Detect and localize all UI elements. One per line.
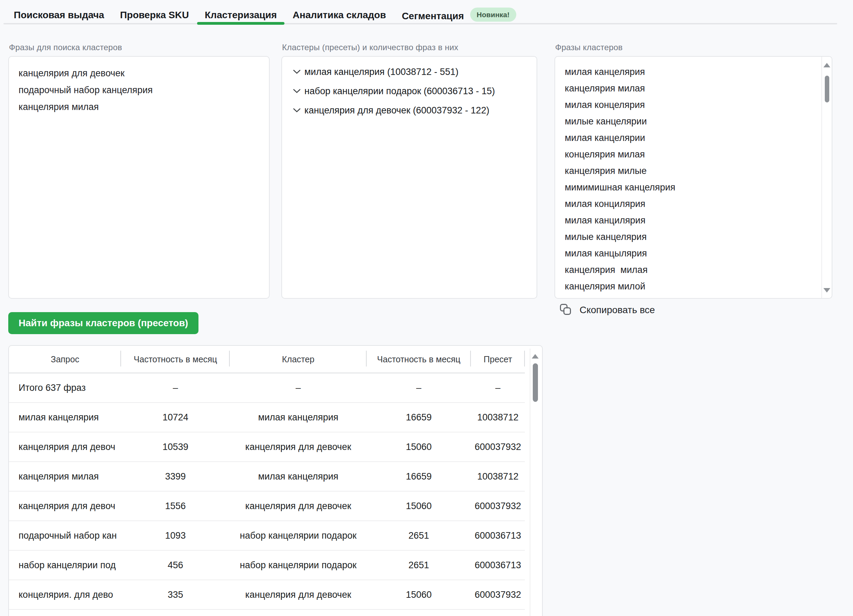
cluster-phrase: милая концилярия bbox=[565, 195, 822, 212]
cluster-phrase: милая концелярия bbox=[565, 97, 822, 113]
cell-query: подарочный набор кан bbox=[9, 530, 121, 541]
cell-cluster: милая канцелярия bbox=[230, 412, 367, 423]
scroll-down-icon[interactable] bbox=[823, 288, 830, 292]
table-row: подарочный набор кан 1093 набор канцеляр… bbox=[9, 521, 525, 551]
cell-cluster: канцелярия для девочек bbox=[230, 590, 367, 600]
cell-frequency: 456 bbox=[121, 560, 230, 571]
results-table-body: Запрос Частотность в месяц Кластер Часто… bbox=[9, 346, 525, 616]
cell-cluster: набор канцелярии подарок bbox=[230, 530, 367, 541]
cluster-phrases-list: милая канцелярия канцелярия милая милая … bbox=[555, 57, 832, 295]
input-phrase-line: канцелярия для девочек bbox=[18, 65, 260, 82]
totals-dash: – bbox=[121, 383, 230, 393]
cluster-phrase: милые канцелярия bbox=[565, 229, 822, 245]
table-scrollbar[interactable] bbox=[530, 348, 540, 616]
tab-warehouse-analytics[interactable]: Аналитика складов bbox=[293, 9, 386, 21]
column-header-frequency: Частотность в месяц bbox=[121, 354, 230, 364]
chevron-down-icon bbox=[293, 108, 301, 113]
phrases-input-label: Фразы для поиска кластеров bbox=[9, 42, 122, 52]
cluster-item-label: набор канцелярии подарок (600036713 - 15… bbox=[304, 86, 495, 97]
cluster-phrase: канцелярия милая bbox=[565, 262, 822, 278]
tab-sku-check[interactable]: Проверка SKU bbox=[120, 9, 189, 21]
phrases-input-area[interactable]: канцелярия для девочек подарочный набор … bbox=[8, 56, 270, 299]
totals-dash: – bbox=[367, 383, 471, 393]
cell-cluster-frequency: 15060 bbox=[367, 442, 471, 453]
cell-cluster-frequency: 16659 bbox=[367, 471, 471, 482]
cluster-phrases-label: Фразы кластеров bbox=[555, 42, 622, 52]
cluster-phrase: канцелярия милые bbox=[565, 163, 822, 179]
tab-label: Кластеризация bbox=[205, 9, 277, 21]
cell-query: набор канцелярии под bbox=[9, 560, 121, 571]
table-row: канцелярия для девоч 1556 канцелярия для… bbox=[9, 492, 525, 521]
scrollbar-thumb[interactable] bbox=[825, 76, 829, 103]
scrollbar-thumb[interactable] bbox=[533, 363, 538, 402]
phrases-scrollbar[interactable] bbox=[821, 57, 832, 298]
cluster-item-label: канцелярия для девочек (600037932 - 122) bbox=[304, 105, 489, 116]
results-table: Запрос Частотность в месяц Кластер Часто… bbox=[8, 345, 543, 616]
table-row: концелярия. для дево 335 канцелярия для … bbox=[9, 580, 525, 610]
totals-dash: – bbox=[230, 383, 367, 393]
cluster-item-label: милая канцелярия (10038712 - 551) bbox=[304, 67, 458, 77]
cluster-tree-item[interactable]: милая канцелярия (10038712 - 551) bbox=[282, 62, 537, 82]
cell-cluster-frequency: 15060 bbox=[367, 501, 471, 512]
cluster-phrase: концелярия милая bbox=[565, 146, 822, 163]
cell-cluster: канцелярия для девочек bbox=[230, 442, 367, 453]
tab-segmentation[interactable]: Сегментация Новинка! bbox=[402, 9, 516, 23]
table-header-row: Запрос Частотность в месяц Кластер Часто… bbox=[9, 346, 525, 373]
cell-preset: 600036713 bbox=[471, 530, 525, 541]
cell-preset: 600037932 bbox=[471, 590, 525, 600]
cell-cluster-frequency: 2651 bbox=[367, 560, 471, 571]
table-row-partial bbox=[9, 610, 525, 616]
cluster-phrases-panel: милая канцелярия канцелярия милая милая … bbox=[554, 56, 832, 299]
cell-cluster-frequency: 2651 bbox=[367, 530, 471, 541]
copy-all-label: Скопировать все bbox=[580, 304, 655, 316]
copy-all-button[interactable]: Скопировать все bbox=[560, 304, 655, 316]
totals-dash: – bbox=[471, 383, 525, 393]
scroll-up-icon[interactable] bbox=[823, 63, 830, 67]
cell-frequency: 1093 bbox=[121, 530, 230, 541]
cluster-phrase: канцелярия милая bbox=[565, 80, 822, 97]
tab-clustering[interactable]: Кластеризация bbox=[205, 9, 277, 21]
cell-preset: 600037932 bbox=[471, 501, 525, 512]
table-row: набор канцелярии под 456 набор канцеляри… bbox=[9, 551, 525, 580]
cell-frequency: 10539 bbox=[121, 442, 230, 453]
cluster-tree-item[interactable]: набор канцелярии подарок (600036713 - 15… bbox=[282, 82, 537, 101]
cluster-phrase: милые канцелярии bbox=[565, 113, 822, 130]
cell-frequency: 3399 bbox=[121, 471, 230, 482]
chevron-down-icon bbox=[293, 89, 301, 94]
chevron-down-icon bbox=[293, 70, 301, 74]
clusters-panel: милая канцелярия (10038712 - 551) набор … bbox=[281, 56, 537, 299]
cell-preset: 600036713 bbox=[471, 560, 525, 571]
find-cluster-phrases-button[interactable]: Найти фразы кластеров (пресетов) bbox=[8, 312, 199, 334]
cell-frequency: 1556 bbox=[121, 501, 230, 512]
cell-preset: 600037932 bbox=[471, 442, 525, 453]
cell-frequency: 10724 bbox=[121, 412, 230, 423]
cell-cluster: канцелярия для девочек bbox=[230, 501, 367, 512]
cell-preset: 10038712 bbox=[471, 471, 525, 482]
tab-label: Проверка SKU bbox=[120, 9, 189, 21]
new-feature-badge: Новинка! bbox=[470, 8, 516, 22]
tab-search-results[interactable]: Поисковая выдача bbox=[14, 9, 104, 21]
clusters-panel-label: Кластеры (пресеты) и количество фраз в н… bbox=[282, 42, 458, 52]
cluster-phrase: канцелярия милой bbox=[565, 278, 822, 295]
cell-query: милая канцелярия bbox=[9, 412, 121, 423]
scroll-up-icon[interactable] bbox=[532, 354, 539, 359]
cluster-phrase: милая канцылярия bbox=[565, 245, 822, 262]
cluster-phrase: мимимишная канцелярия bbox=[565, 179, 822, 195]
cell-cluster: милая канцелярия bbox=[230, 471, 367, 482]
cluster-tree-item[interactable]: канцелярия для девочек (600037932 - 122) bbox=[282, 101, 537, 120]
cell-query: концелярия. для дево bbox=[9, 590, 121, 600]
tab-label: Аналитика складов bbox=[293, 9, 386, 21]
table-row: канцелярия для девоч 10539 канцелярия дл… bbox=[9, 433, 525, 462]
totals-label: Итого 637 фраз bbox=[9, 383, 121, 393]
cell-cluster-frequency: 16659 bbox=[367, 412, 471, 423]
table-totals-row: Итого 637 фраз – – – – bbox=[9, 373, 525, 403]
input-phrase-line: канцелярия милая bbox=[18, 98, 260, 115]
column-header-query: Запрос bbox=[9, 354, 121, 364]
cluster-phrase: милая канцилярия bbox=[565, 212, 822, 229]
cluster-phrase: милая канцелярия bbox=[565, 64, 822, 80]
column-header-cluster: Кластер bbox=[230, 354, 367, 364]
column-header-frequency: Частотность в месяц bbox=[367, 354, 471, 364]
cell-cluster: набор канцелярии подарок bbox=[230, 560, 367, 571]
cell-query: канцелярия для девоч bbox=[9, 501, 121, 512]
top-tab-bar: Поисковая выдача Проверка SKU Кластериза… bbox=[14, 9, 516, 23]
